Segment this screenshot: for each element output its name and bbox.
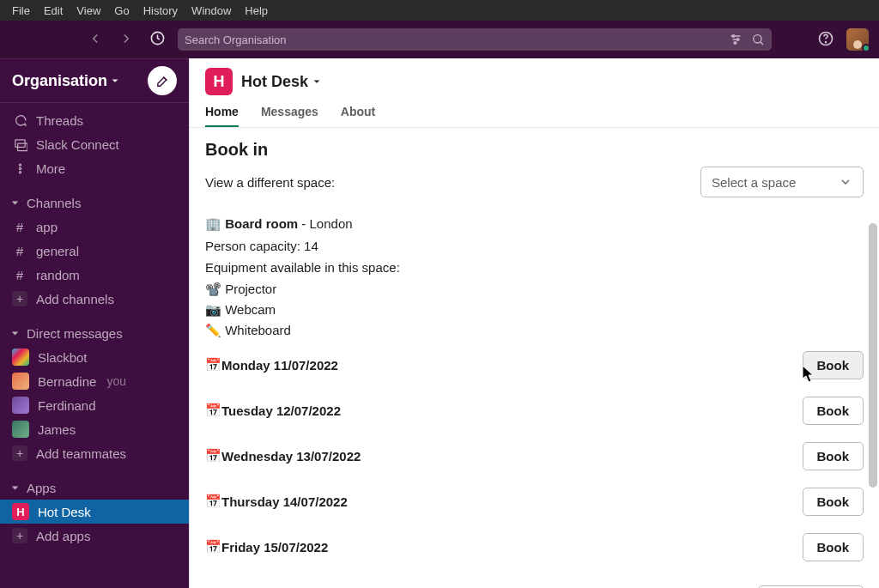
chevron-down-icon: [110, 76, 120, 86]
channel-general[interactable]: #general: [0, 239, 189, 263]
app-hot desk[interactable]: HHot Desk: [0, 500, 189, 524]
book-button[interactable]: Book: [803, 488, 864, 516]
history-button[interactable]: [149, 30, 166, 49]
slack-toolbar: Search Organisation: [0, 21, 879, 58]
avatar-icon: [12, 373, 29, 390]
main-content: H Hot Desk HomeMessagesAbout Book in Vie…: [189, 58, 879, 588]
tab-messages[interactable]: Messages: [261, 105, 318, 127]
tab-home[interactable]: Home: [205, 105, 239, 127]
date-row: 📅 Tuesday 12/07/2022 Book: [205, 397, 864, 425]
sidebar-threads[interactable]: Threads: [0, 108, 189, 132]
sidebar-more[interactable]: More: [0, 156, 189, 180]
book-button[interactable]: Book: [803, 533, 864, 561]
os-menu-view[interactable]: View: [70, 3, 107, 19]
app-icon: H: [12, 503, 29, 520]
sidebar: Organisation ThreadsSlack ConnectMore Ch…: [0, 58, 189, 588]
channels-header[interactable]: Channels: [0, 191, 189, 215]
app-title[interactable]: Hot Desk: [241, 73, 322, 91]
os-menu-go[interactable]: Go: [107, 3, 136, 19]
space-name-row: 🏢 Board room - London: [205, 213, 864, 235]
jump-to-date-button[interactable]: Jump to date: [758, 585, 864, 589]
plus-icon: +: [12, 446, 27, 461]
date-label: Thursday 14/07/2022: [221, 494, 348, 509]
caret-down-icon: [10, 329, 20, 338]
filter-icon[interactable]: [729, 33, 743, 46]
hash-icon: #: [12, 245, 27, 258]
workspace-name: Organisation: [12, 72, 107, 90]
svg-point-10: [19, 167, 21, 169]
dm-slackbot[interactable]: Slackbot: [0, 345, 189, 369]
book-button[interactable]: Book: [803, 442, 864, 470]
apps-header[interactable]: Apps: [0, 476, 189, 500]
book-button[interactable]: Book: [803, 351, 864, 379]
scrollbar-track[interactable]: [867, 190, 879, 588]
compose-button[interactable]: [148, 66, 177, 95]
sidebar-connect[interactable]: Slack Connect: [0, 132, 189, 156]
caret-down-icon: [10, 198, 20, 208]
app-header: H Hot Desk: [190, 58, 879, 105]
equipment-item: 📽️ Projector: [205, 279, 864, 300]
avatar-icon: [12, 421, 29, 438]
app-icon: H: [205, 68, 233, 95]
chevron-down-icon: [839, 175, 852, 189]
equipment-item: 📷 Webcam: [205, 300, 864, 320]
equipment-label: Equipment available in this space:: [205, 257, 864, 279]
nav-back-button[interactable]: [88, 31, 103, 49]
search-icon[interactable]: [751, 33, 765, 46]
plus-icon: +: [12, 291, 27, 306]
os-menu-window[interactable]: Window: [185, 3, 238, 19]
bookin-heading: Book in: [205, 140, 864, 160]
view-different-label: View a different space:: [205, 175, 335, 190]
tab-about[interactable]: About: [341, 105, 375, 127]
dms-header[interactable]: Direct messages: [0, 321, 189, 345]
space-select[interactable]: Select a space: [700, 167, 864, 197]
avatar-icon: [12, 349, 29, 366]
date-label: Friday 15/07/2022: [221, 540, 328, 555]
scrollbar-thumb[interactable]: [869, 223, 877, 488]
add-apps[interactable]: + Add apps: [0, 524, 189, 548]
svg-point-9: [19, 164, 21, 166]
hash-icon: #: [12, 269, 27, 282]
date-row: 📅 Thursday 14/07/2022 Book: [205, 488, 864, 516]
workspace-switcher[interactable]: Organisation: [0, 58, 189, 103]
date-row: 📅 Monday 11/07/2022 Book: [205, 351, 864, 379]
caret-down-icon: [10, 483, 20, 493]
avatar-icon: [12, 397, 29, 414]
presence-active-icon: [862, 44, 870, 52]
os-menu-help[interactable]: Help: [238, 3, 275, 19]
add-channels[interactable]: + Add channels: [0, 287, 189, 311]
channel-random[interactable]: #random: [0, 263, 189, 287]
os-menu-file[interactable]: File: [5, 3, 37, 19]
hash-icon: #: [12, 221, 27, 233]
connect-icon: [12, 137, 27, 152]
plus-icon: +: [12, 528, 27, 543]
svg-point-11: [19, 171, 21, 173]
user-avatar[interactable]: [846, 28, 869, 51]
search-input[interactable]: Search Organisation: [178, 28, 772, 51]
svg-point-6: [826, 41, 827, 42]
dm-james[interactable]: James: [0, 417, 189, 441]
date-label: Wednesday 13/07/2022: [221, 449, 361, 464]
date-label: Monday 11/07/2022: [221, 358, 338, 373]
chevron-down-icon: [312, 76, 322, 87]
capacity-row: Person capacity: 14: [205, 235, 864, 258]
search-placeholder: Search Organisation: [185, 33, 287, 46]
book-button[interactable]: Book: [803, 397, 864, 425]
os-menubar: FileEditViewGoHistoryWindowHelp: [0, 0, 879, 21]
equipment-item: ✏️ Whiteboard: [205, 320, 864, 341]
more-icon: [12, 161, 27, 176]
date-row: 📅 Wednesday 13/07/2022 Book: [205, 442, 864, 470]
os-menu-edit[interactable]: Edit: [37, 3, 70, 19]
app-home-content: Book in View a different space: Select a…: [190, 128, 879, 588]
date-row: 📅 Friday 15/07/2022 Book: [205, 533, 864, 561]
svg-point-4: [754, 35, 761, 43]
date-label: Tuesday 12/07/2022: [221, 403, 341, 418]
add-teammates[interactable]: + Add teammates: [0, 441, 189, 465]
dm-bernadine[interactable]: Bernadineyou: [0, 369, 189, 393]
threads-icon: [12, 113, 27, 128]
channel-app[interactable]: #app: [0, 215, 189, 239]
nav-forward-button[interactable]: [118, 31, 134, 49]
os-menu-history[interactable]: History: [136, 3, 185, 19]
dm-ferdinand[interactable]: Ferdinand: [0, 393, 189, 417]
help-button[interactable]: [817, 30, 834, 50]
